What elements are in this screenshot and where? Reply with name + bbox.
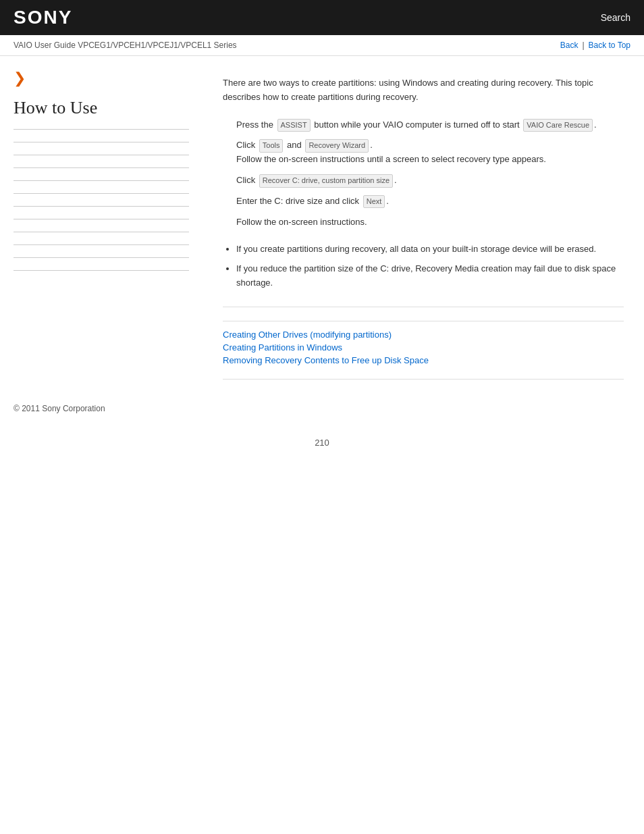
content-intro: There are two ways to create partitions:… — [223, 76, 624, 105]
recover-label: Recover C: drive, custom partition size — [259, 174, 393, 188]
step-5: Follow the on-screen instructions. — [236, 215, 624, 230]
site-header: SONY Search — [0, 0, 644, 35]
step-3: Click Recover C: drive, custom partition… — [236, 174, 624, 188]
sidebar-nav-item[interactable] — [14, 155, 189, 167]
copyright-text: © 2011 Sony Corporation — [14, 404, 105, 413]
sidebar-nav-item[interactable] — [14, 257, 189, 271]
notes-section: If you create partitions during recovery… — [223, 242, 624, 307]
back-to-top-link[interactable]: Back to Top — [589, 41, 630, 50]
related-link-1[interactable]: Creating Other Drives (modifying partiti… — [223, 330, 624, 340]
sidebar-nav-item[interactable] — [14, 232, 189, 244]
note-item: If you reduce the partition size of the … — [236, 262, 624, 290]
related-links-section: Creating Other Drives (modifying partiti… — [223, 321, 624, 380]
separator: | — [582, 41, 584, 50]
sidebar-arrow-icon: ❯ — [14, 70, 189, 87]
search-button[interactable]: Search — [601, 12, 630, 23]
sidebar-title: How to Use — [14, 98, 189, 118]
related-link-2[interactable]: Creating Partitions in Windows — [223, 342, 624, 353]
recovery-wizard-label: Recovery Wizard — [305, 139, 369, 153]
sidebar-nav-item[interactable] — [14, 180, 189, 193]
sidebar-nav-item[interactable] — [14, 193, 189, 206]
step-2: Click Tools and Recovery Wizard. Follow … — [236, 138, 624, 167]
sony-logo: SONY — [14, 7, 72, 28]
related-link-3[interactable]: Removing Recovery Contents to Free up Di… — [223, 355, 624, 365]
vaio-care-label: VAIO Care Rescue — [523, 119, 593, 132]
sidebar-nav-item[interactable] — [14, 129, 189, 142]
main-layout: ❯ How to Use There are two ways to creat… — [0, 56, 644, 393]
sidebar: ❯ How to Use — [0, 56, 203, 393]
note-item: If you create partitions during recovery… — [236, 242, 624, 257]
footer: © 2011 Sony Corporation — [0, 393, 644, 424]
next-label: Next — [363, 195, 385, 209]
sidebar-nav-item[interactable] — [14, 167, 189, 180]
sidebar-nav-item[interactable] — [14, 244, 189, 257]
content-area: There are two ways to create partitions:… — [203, 56, 644, 393]
guide-title: VAIO User Guide VPCEG1/VPCEH1/VPCEJ1/VPC… — [14, 41, 237, 50]
sidebar-nav-item[interactable] — [14, 219, 189, 232]
tools-label: Tools — [259, 139, 284, 153]
page-number: 210 — [0, 424, 644, 461]
assist-button-label: ASSIST — [277, 119, 311, 132]
back-link[interactable]: Back — [560, 41, 579, 50]
steps-list: Press the ASSIST button while your VAIO … — [236, 118, 624, 230]
sidebar-nav-item[interactable] — [14, 206, 189, 219]
breadcrumb-links: Back | Back to Top — [560, 41, 630, 50]
breadcrumb-bar: VAIO User Guide VPCEG1/VPCEH1/VPCEJ1/VPC… — [0, 35, 644, 56]
sidebar-nav-item[interactable] — [14, 142, 189, 155]
step-1: Press the ASSIST button while your VAIO … — [236, 118, 624, 132]
step-4: Enter the C: drive size and click Next. — [236, 194, 624, 209]
notes-list: If you create partitions during recovery… — [236, 242, 624, 290]
